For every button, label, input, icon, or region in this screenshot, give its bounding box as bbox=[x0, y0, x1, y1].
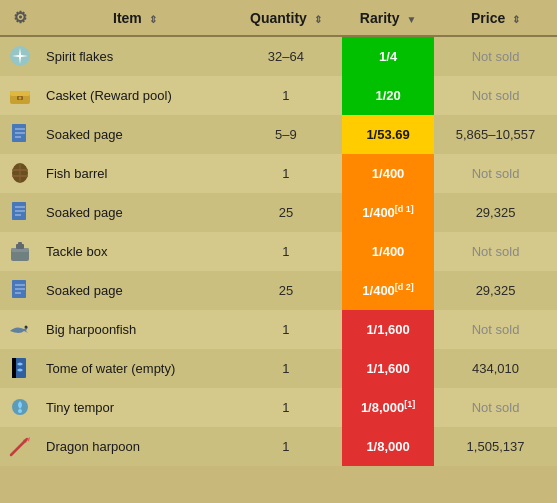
tome-of-water-icon bbox=[6, 354, 34, 382]
soaked-page-2-icon bbox=[6, 198, 34, 226]
rarity-cell: 1/8,000[1] bbox=[342, 388, 434, 427]
gear-icon: ⚙ bbox=[13, 9, 27, 26]
price-cell: 1,505,137 bbox=[434, 427, 557, 466]
table-row: Soaked page5–91/53.695,865–10,557 bbox=[0, 115, 557, 154]
item-name: Casket (Reward pool) bbox=[46, 88, 172, 103]
price-column-header[interactable]: Price ⇕ bbox=[434, 0, 557, 36]
rarity-cell: 1/400 bbox=[342, 232, 434, 271]
soaked-page-icon bbox=[6, 120, 34, 148]
tiny-tempor-icon bbox=[6, 393, 34, 421]
price-col-label: Price bbox=[471, 10, 505, 26]
rarity-column-header[interactable]: Rarity ▼ bbox=[342, 0, 434, 36]
item-name: Tiny tempor bbox=[46, 400, 114, 415]
quantity-cell: 1 bbox=[230, 427, 342, 466]
item-icon-cell bbox=[0, 349, 40, 388]
item-name: Big harpoonfish bbox=[46, 322, 136, 337]
quantity-cell: 1 bbox=[230, 76, 342, 115]
quantity-col-label: Quantity bbox=[250, 10, 307, 26]
item-name: Soaked page bbox=[46, 205, 123, 220]
item-name-cell: Dragon harpoon bbox=[40, 427, 230, 466]
table-row: Big harpoonfish11/1,600Not sold bbox=[0, 310, 557, 349]
table-row: Spirit flakes32–641/4Not sold bbox=[0, 36, 557, 76]
price-cell: Not sold bbox=[434, 36, 557, 76]
quantity-cell: 5–9 bbox=[230, 115, 342, 154]
table-row: Casket (Reward pool)11/20Not sold bbox=[0, 76, 557, 115]
item-name: Soaked page bbox=[46, 283, 123, 298]
item-icon-cell bbox=[0, 388, 40, 427]
price-cell: 5,865–10,557 bbox=[434, 115, 557, 154]
rarity-cell: 1/4 bbox=[342, 36, 434, 76]
svg-rect-22 bbox=[18, 242, 22, 245]
item-name-cell: Tiny tempor bbox=[40, 388, 230, 427]
item-icon-cell bbox=[0, 232, 40, 271]
rarity-col-label: Rarity bbox=[360, 10, 400, 26]
item-name-cell: Tome of water (empty) bbox=[40, 349, 230, 388]
price-cell: Not sold bbox=[434, 76, 557, 115]
item-name-cell: Tackle box bbox=[40, 232, 230, 271]
item-icon-cell bbox=[0, 271, 40, 310]
item-icon-cell bbox=[0, 115, 40, 154]
rarity-cell: 1/400[d 1] bbox=[342, 193, 434, 232]
casket-icon bbox=[6, 81, 34, 109]
rarity-sort-icon: ▼ bbox=[406, 14, 416, 25]
price-cell: Not sold bbox=[434, 310, 557, 349]
quantity-cell: 25 bbox=[230, 271, 342, 310]
table-row: Tiny tempor11/8,000[1]Not sold bbox=[0, 388, 557, 427]
rarity-cell: 1/400[d 2] bbox=[342, 271, 434, 310]
dragon-harpoon-icon bbox=[6, 432, 34, 460]
item-icon-cell bbox=[0, 76, 40, 115]
price-cell: 434,010 bbox=[434, 349, 557, 388]
spirit-flakes-icon bbox=[6, 42, 34, 70]
svg-point-4 bbox=[19, 97, 22, 100]
quantity-cell: 1 bbox=[230, 232, 342, 271]
quantity-cell: 32–64 bbox=[230, 36, 342, 76]
item-name-cell: Soaked page bbox=[40, 193, 230, 232]
rarity-cell: 1/8,000 bbox=[342, 427, 434, 466]
price-cell: Not sold bbox=[434, 232, 557, 271]
item-icon-cell bbox=[0, 310, 40, 349]
rarity-cell: 1/1,600 bbox=[342, 349, 434, 388]
table-row: Fish barrel11/400Not sold bbox=[0, 154, 557, 193]
svg-point-32 bbox=[18, 409, 22, 413]
svg-rect-30 bbox=[12, 358, 16, 378]
tackle-box-icon bbox=[6, 237, 34, 265]
rarity-superscript: [d 1] bbox=[395, 204, 414, 214]
table-row: Soaked page251/400[d 1]29,325 bbox=[0, 193, 557, 232]
item-icon-cell bbox=[0, 36, 40, 76]
quantity-cell: 1 bbox=[230, 349, 342, 388]
item-name-cell: Soaked page bbox=[40, 115, 230, 154]
item-name: Tackle box bbox=[46, 244, 107, 259]
big-harpoonfish-icon bbox=[6, 315, 34, 343]
quantity-column-header[interactable]: Quantity ⇕ bbox=[230, 0, 342, 36]
soaked-page-3-icon bbox=[6, 276, 34, 304]
item-col-label: Item bbox=[113, 10, 142, 26]
loot-table: ⚙ Item ⇕ Quantity ⇕ Rarity ▼ Price ⇕ Spi… bbox=[0, 0, 557, 466]
item-name: Fish barrel bbox=[46, 166, 107, 181]
svg-marker-35 bbox=[27, 437, 30, 442]
item-name-cell: Casket (Reward pool) bbox=[40, 76, 230, 115]
item-name: Tome of water (empty) bbox=[46, 361, 175, 376]
svg-point-28 bbox=[25, 326, 28, 329]
quantity-sort-icon: ⇕ bbox=[314, 14, 322, 25]
item-name: Soaked page bbox=[46, 127, 123, 142]
rarity-cell: 1/1,600 bbox=[342, 310, 434, 349]
item-icon-cell bbox=[0, 154, 40, 193]
table-row: Tackle box11/400Not sold bbox=[0, 232, 557, 271]
item-name-cell: Big harpoonfish bbox=[40, 310, 230, 349]
table-row: Dragon harpoon11/8,0001,505,137 bbox=[0, 427, 557, 466]
price-cell: Not sold bbox=[434, 154, 557, 193]
quantity-cell: 1 bbox=[230, 388, 342, 427]
price-sort-icon: ⇕ bbox=[512, 14, 520, 25]
table-row: Soaked page251/400[d 2]29,325 bbox=[0, 271, 557, 310]
rarity-superscript: [d 2] bbox=[395, 282, 414, 292]
rarity-cell: 1/400 bbox=[342, 154, 434, 193]
price-cell: 29,325 bbox=[434, 271, 557, 310]
rarity-cell: 1/53.69 bbox=[342, 115, 434, 154]
item-icon-cell bbox=[0, 193, 40, 232]
quantity-cell: 1 bbox=[230, 310, 342, 349]
item-name: Dragon harpoon bbox=[46, 439, 140, 454]
item-column-header[interactable]: Item ⇕ bbox=[40, 0, 230, 36]
gear-column-header[interactable]: ⚙ bbox=[0, 0, 40, 36]
rarity-superscript: [1] bbox=[404, 399, 415, 409]
item-name: Spirit flakes bbox=[46, 49, 113, 64]
